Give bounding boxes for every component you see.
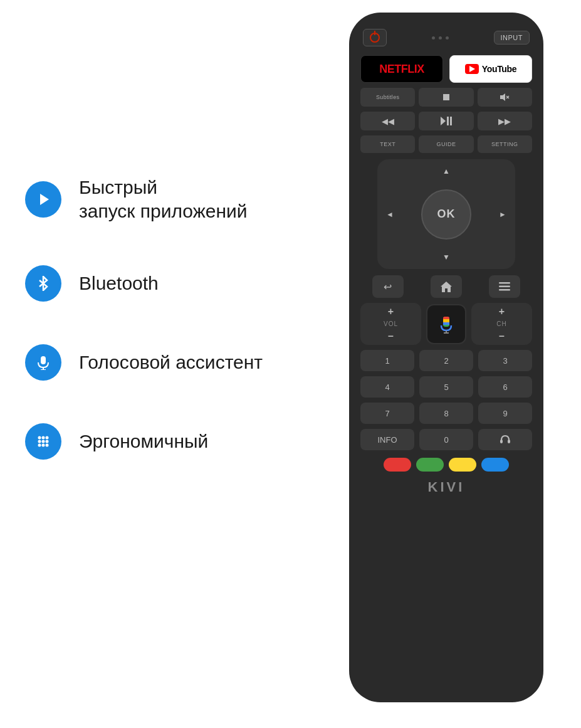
svg-point-5 xyxy=(42,436,45,440)
svg-point-12 xyxy=(46,444,49,447)
num-1-button[interactable]: 1 xyxy=(360,350,414,371)
svg-rect-20 xyxy=(499,282,510,284)
text-button[interactable]: TEXT xyxy=(360,135,415,153)
menu-button[interactable] xyxy=(489,275,520,298)
bluetooth-text: Bluetooth xyxy=(79,272,159,295)
headphone-button[interactable] xyxy=(478,429,532,450)
system-buttons-row: ↩ xyxy=(360,275,532,298)
num-0-button[interactable]: 0 xyxy=(419,429,473,450)
svg-point-6 xyxy=(46,436,49,440)
num-7-button[interactable]: 7 xyxy=(360,403,414,424)
num-2-button[interactable]: 2 xyxy=(419,350,473,371)
feature-ergonomic: Эргономичный xyxy=(25,423,263,460)
nav-right-button[interactable]: ► xyxy=(499,210,506,219)
remote-body: INPUT NETFLIX YouTube Subtitles xyxy=(349,13,543,702)
dot-2 xyxy=(439,36,442,40)
num-6-button[interactable]: 6 xyxy=(478,376,532,398)
fast-forward-button[interactable]: ▶▶ xyxy=(478,112,532,130)
svg-point-11 xyxy=(42,444,45,447)
netflix-button[interactable]: NETFLIX xyxy=(360,55,443,83)
power-icon xyxy=(370,33,380,43)
svg-point-10 xyxy=(38,444,41,447)
tgs-row: TEXT GUIDE SETTING xyxy=(360,135,532,153)
ok-button[interactable]: OK xyxy=(421,189,471,240)
svg-point-8 xyxy=(42,440,45,443)
feature-bluetooth: Bluetooth xyxy=(25,265,263,302)
power-button[interactable] xyxy=(363,29,387,46)
vol-minus-button[interactable]: – xyxy=(365,331,416,341)
navigation-pad: ▲ ◄ OK ► ▼ xyxy=(377,159,515,269)
ch-minus-button[interactable]: – xyxy=(476,331,527,341)
svg-point-9 xyxy=(46,440,49,443)
num-4-button[interactable]: 4 xyxy=(360,376,414,398)
back-button[interactable]: ↩ xyxy=(372,275,404,298)
mic-icon xyxy=(36,355,51,370)
svg-rect-22 xyxy=(499,289,510,291)
yellow-button[interactable] xyxy=(449,458,476,472)
back-icon: ↩ xyxy=(384,281,392,293)
remote-top-row: INPUT xyxy=(360,25,532,48)
feature-fast-launch: Быстрый запуск приложений xyxy=(25,176,263,223)
play-pause-icon xyxy=(441,117,452,125)
num-3-button[interactable]: 3 xyxy=(478,350,532,371)
ch-plus-button[interactable]: + xyxy=(476,307,527,317)
vol-ch-section: + VOL – xyxy=(360,303,532,345)
stop-button[interactable] xyxy=(419,88,473,107)
voice-text: Голосовой ассистент xyxy=(79,351,263,374)
menu-icon xyxy=(499,282,510,291)
svg-rect-29 xyxy=(443,322,449,325)
yt-play-triangle xyxy=(469,66,475,72)
play-pause-button[interactable] xyxy=(419,112,473,130)
ch-label: CH xyxy=(496,318,506,330)
play-icon-circle xyxy=(25,181,61,218)
mute-button[interactable] xyxy=(478,88,532,107)
svg-rect-30 xyxy=(500,440,503,443)
grid-icon-circle xyxy=(25,423,61,460)
green-button[interactable] xyxy=(416,458,444,472)
svg-marker-13 xyxy=(500,93,505,101)
input-button[interactable]: INPUT xyxy=(494,31,530,45)
guide-button[interactable]: GUIDE xyxy=(419,135,473,153)
remote-control: INPUT NETFLIX YouTube Subtitles xyxy=(349,13,543,715)
grid-icon xyxy=(36,434,51,449)
ergonomic-text: Эргономичный xyxy=(79,430,208,453)
nav-down-button[interactable]: ▼ xyxy=(442,253,450,261)
vol-plus-button[interactable]: + xyxy=(365,307,416,317)
google-mic-icon xyxy=(436,314,456,334)
svg-rect-1 xyxy=(41,356,46,364)
bluetooth-icon-circle xyxy=(25,265,61,302)
svg-marker-0 xyxy=(40,194,49,205)
features-panel: Быстрый запуск приложений Bluetooth Голо… xyxy=(25,176,263,502)
number-grid: 1 2 3 4 5 6 7 8 9 xyxy=(360,350,532,424)
mute-icon xyxy=(500,93,510,102)
bluetooth-icon xyxy=(36,276,51,291)
play-icon xyxy=(35,191,51,208)
kivi-brand: KIVI xyxy=(428,479,465,495)
setting-button[interactable]: SETTING xyxy=(478,135,532,153)
youtube-icon xyxy=(465,64,479,74)
red-button[interactable] xyxy=(384,458,411,472)
svg-rect-31 xyxy=(508,440,510,443)
subtitles-button[interactable]: Subtitles xyxy=(360,88,415,107)
indicator-dots xyxy=(432,36,449,40)
nav-left-button[interactable]: ◄ xyxy=(386,210,394,219)
svg-marker-16 xyxy=(441,117,446,125)
playback-row: ◀◀ ▶▶ xyxy=(360,112,532,130)
svg-rect-28 xyxy=(443,319,449,322)
info-button[interactable]: INFO xyxy=(360,429,414,450)
stop-icon xyxy=(443,94,449,100)
color-buttons-row xyxy=(360,458,532,472)
youtube-label: YouTube xyxy=(482,64,517,74)
youtube-button[interactable]: YouTube xyxy=(449,55,532,83)
vol-label: VOL xyxy=(384,318,398,330)
blue-button[interactable] xyxy=(481,458,509,472)
nav-up-button[interactable]: ▲ xyxy=(442,167,450,176)
netflix-label: NETFLIX xyxy=(379,63,424,76)
mic-button[interactable] xyxy=(426,304,466,344)
rewind-button[interactable]: ◀◀ xyxy=(360,112,415,130)
headphone-icon xyxy=(500,435,510,444)
home-button[interactable] xyxy=(431,275,462,298)
num-5-button[interactable]: 5 xyxy=(419,376,473,398)
num-9-button[interactable]: 9 xyxy=(478,403,532,424)
num-8-button[interactable]: 8 xyxy=(419,403,473,424)
